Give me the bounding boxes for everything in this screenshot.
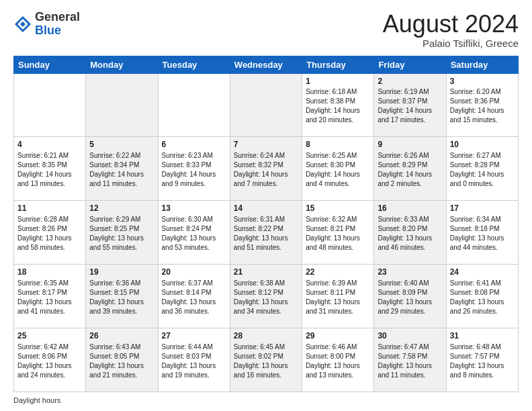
logo: General Blue bbox=[13, 11, 80, 38]
calendar-cell: 18Sunrise: 6:35 AMSunset: 8:17 PMDayligh… bbox=[14, 265, 86, 328]
calendar-cell: 8Sunrise: 6:25 AMSunset: 8:30 PMDaylight… bbox=[302, 137, 374, 201]
day-number: 13 bbox=[162, 203, 226, 214]
calendar-cell: 13Sunrise: 6:30 AMSunset: 8:24 PMDayligh… bbox=[158, 201, 230, 265]
calendar-week-4: 18Sunrise: 6:35 AMSunset: 8:17 PMDayligh… bbox=[14, 265, 519, 328]
logo-blue: Blue bbox=[35, 24, 61, 37]
calendar-cell: 24Sunrise: 6:41 AMSunset: 8:08 PMDayligh… bbox=[446, 265, 518, 328]
day-number: 3 bbox=[450, 76, 515, 87]
day-number: 31 bbox=[450, 330, 515, 342]
month-title: August 2024 bbox=[383, 11, 519, 38]
column-header-saturday: Saturday bbox=[446, 56, 518, 73]
day-number: 7 bbox=[234, 139, 298, 150]
calendar-cell: 4Sunrise: 6:21 AMSunset: 8:35 PMDaylight… bbox=[14, 137, 86, 201]
day-number: 29 bbox=[306, 330, 370, 342]
location: Palaio Tsifliki, Greece bbox=[383, 38, 519, 49]
calendar-cell bbox=[86, 73, 158, 137]
logo-icon bbox=[13, 15, 32, 34]
day-number: 26 bbox=[89, 330, 154, 342]
day-number: 4 bbox=[17, 139, 82, 150]
day-number: 6 bbox=[162, 139, 226, 150]
day-number: 22 bbox=[306, 267, 370, 278]
calendar-cell: 5Sunrise: 6:22 AMSunset: 8:34 PMDaylight… bbox=[86, 137, 158, 201]
day-number: 20 bbox=[162, 267, 226, 278]
calendar-cell: 23Sunrise: 6:40 AMSunset: 8:09 PMDayligh… bbox=[374, 265, 446, 328]
day-number: 25 bbox=[17, 330, 82, 342]
calendar-cell: 29Sunrise: 6:46 AMSunset: 8:00 PMDayligh… bbox=[302, 328, 374, 392]
calendar-cell: 27Sunrise: 6:44 AMSunset: 8:03 PMDayligh… bbox=[158, 328, 230, 392]
calendar-cell: 1Sunrise: 6:18 AMSunset: 8:38 PMDaylight… bbox=[302, 73, 374, 137]
calendar-cell: 17Sunrise: 6:34 AMSunset: 8:18 PMDayligh… bbox=[446, 201, 518, 265]
calendar-cell: 3Sunrise: 6:20 AMSunset: 8:36 PMDaylight… bbox=[446, 73, 518, 137]
day-number: 21 bbox=[234, 267, 298, 278]
column-header-monday: Monday bbox=[86, 56, 158, 73]
column-header-sunday: Sunday bbox=[14, 56, 86, 73]
calendar-cell: 9Sunrise: 6:26 AMSunset: 8:29 PMDaylight… bbox=[374, 137, 446, 201]
day-number: 14 bbox=[234, 203, 298, 214]
column-header-wednesday: Wednesday bbox=[230, 56, 302, 73]
calendar-cell bbox=[230, 73, 302, 137]
calendar-cell: 21Sunrise: 6:38 AMSunset: 8:12 PMDayligh… bbox=[230, 265, 302, 328]
day-number: 19 bbox=[89, 267, 154, 278]
day-number: 5 bbox=[89, 139, 154, 150]
calendar-cell bbox=[14, 73, 86, 137]
column-header-tuesday: Tuesday bbox=[158, 56, 230, 73]
daylight-label: Daylight hours bbox=[13, 396, 60, 404]
day-number: 28 bbox=[234, 330, 298, 342]
calendar-week-2: 4Sunrise: 6:21 AMSunset: 8:35 PMDaylight… bbox=[14, 137, 519, 201]
day-number: 27 bbox=[162, 330, 226, 342]
calendar-cell bbox=[158, 73, 230, 137]
day-number: 30 bbox=[378, 330, 442, 342]
column-header-thursday: Thursday bbox=[302, 56, 374, 73]
calendar-cell: 15Sunrise: 6:32 AMSunset: 8:21 PMDayligh… bbox=[302, 201, 374, 265]
day-number: 18 bbox=[17, 267, 82, 278]
calendar-table: SundayMondayTuesdayWednesdayThursdayFrid… bbox=[13, 56, 519, 392]
day-number: 9 bbox=[378, 139, 442, 150]
calendar-week-3: 11Sunrise: 6:28 AMSunset: 8:26 PMDayligh… bbox=[14, 201, 519, 265]
calendar-week-5: 25Sunrise: 6:42 AMSunset: 8:06 PMDayligh… bbox=[14, 328, 519, 392]
day-number: 16 bbox=[378, 203, 442, 214]
header: General Blue August 2024 Palaio Tsifliki… bbox=[13, 11, 519, 49]
column-header-friday: Friday bbox=[374, 56, 446, 73]
day-number: 11 bbox=[17, 203, 82, 214]
footer: Daylight hours bbox=[13, 396, 519, 404]
calendar-cell: 12Sunrise: 6:29 AMSunset: 8:25 PMDayligh… bbox=[86, 201, 158, 265]
logo-text: General Blue bbox=[35, 11, 80, 38]
calendar-cell: 11Sunrise: 6:28 AMSunset: 8:26 PMDayligh… bbox=[14, 201, 86, 265]
calendar-cell: 26Sunrise: 6:43 AMSunset: 8:05 PMDayligh… bbox=[86, 328, 158, 392]
title-block: August 2024 Palaio Tsifliki, Greece bbox=[383, 11, 519, 49]
day-number: 15 bbox=[306, 203, 370, 214]
calendar-cell: 2Sunrise: 6:19 AMSunset: 8:37 PMDaylight… bbox=[374, 73, 446, 137]
calendar-cell: 28Sunrise: 6:45 AMSunset: 8:02 PMDayligh… bbox=[230, 328, 302, 392]
calendar-week-1: 1Sunrise: 6:18 AMSunset: 8:38 PMDaylight… bbox=[14, 73, 519, 137]
calendar-cell: 14Sunrise: 6:31 AMSunset: 8:22 PMDayligh… bbox=[230, 201, 302, 265]
calendar-cell: 30Sunrise: 6:47 AMSunset: 7:58 PMDayligh… bbox=[374, 328, 446, 392]
day-number: 8 bbox=[306, 139, 370, 150]
calendar-cell: 22Sunrise: 6:39 AMSunset: 8:11 PMDayligh… bbox=[302, 265, 374, 328]
day-number: 1 bbox=[306, 76, 370, 87]
logo-general: General bbox=[35, 10, 80, 24]
day-number: 24 bbox=[450, 267, 515, 278]
day-number: 23 bbox=[378, 267, 442, 278]
day-number: 17 bbox=[450, 203, 515, 214]
calendar-cell: 19Sunrise: 6:36 AMSunset: 8:15 PMDayligh… bbox=[86, 265, 158, 328]
calendar-cell: 31Sunrise: 6:48 AMSunset: 7:57 PMDayligh… bbox=[446, 328, 518, 392]
page: General Blue August 2024 Palaio Tsifliki… bbox=[0, 0, 532, 411]
calendar-cell: 7Sunrise: 6:24 AMSunset: 8:32 PMDaylight… bbox=[230, 137, 302, 201]
calendar-cell: 16Sunrise: 6:33 AMSunset: 8:20 PMDayligh… bbox=[374, 201, 446, 265]
calendar-cell: 10Sunrise: 6:27 AMSunset: 8:28 PMDayligh… bbox=[446, 137, 518, 201]
day-number: 12 bbox=[89, 203, 154, 214]
calendar-cell: 25Sunrise: 6:42 AMSunset: 8:06 PMDayligh… bbox=[14, 328, 86, 392]
calendar-cell: 20Sunrise: 6:37 AMSunset: 8:14 PMDayligh… bbox=[158, 265, 230, 328]
day-number: 10 bbox=[450, 139, 515, 150]
calendar-cell: 6Sunrise: 6:23 AMSunset: 8:33 PMDaylight… bbox=[158, 137, 230, 201]
calendar-header-row: SundayMondayTuesdayWednesdayThursdayFrid… bbox=[14, 56, 519, 73]
day-number: 2 bbox=[378, 76, 442, 87]
